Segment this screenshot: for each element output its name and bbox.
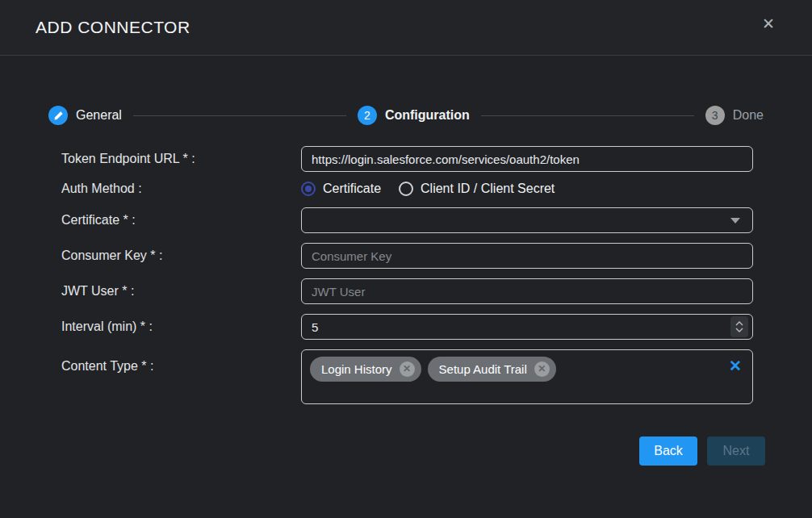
next-button[interactable]: Next: [707, 437, 765, 466]
back-button[interactable]: Back: [639, 437, 697, 466]
stepper-connector: [481, 115, 694, 116]
add-connector-dialog: ADD CONNECTOR ✕ General 2 Configuration …: [0, 0, 812, 518]
radio-certificate-circle[interactable]: [301, 182, 316, 196]
dialog-header: ADD CONNECTOR ✕: [0, 0, 812, 56]
interval-row: Interval (min) * :: [61, 314, 812, 340]
chip-remove-icon[interactable]: ✕: [400, 361, 415, 377]
chip-login-history: Login History ✕: [310, 357, 421, 382]
jwt-user-row: JWT User * :: [61, 278, 812, 304]
step-general-label: General: [76, 108, 122, 123]
jwt-user-label: JWT User * :: [61, 284, 301, 299]
step-done-circle: 3: [705, 106, 725, 125]
number-spinner[interactable]: [730, 316, 748, 337]
step-configuration-label: Configuration: [385, 108, 470, 123]
radio-client-id-secret[interactable]: Client ID / Client Secret: [399, 182, 555, 196]
edit-icon: [53, 111, 64, 121]
step-done: 3 Done: [705, 106, 764, 125]
dialog-footer: Back Next: [639, 437, 765, 466]
radio-certificate[interactable]: Certificate: [301, 182, 381, 196]
wizard-stepper: General 2 Configuration 3 Done: [48, 106, 764, 125]
auth-method-row: Auth Method : Certificate Client ID / Cl…: [61, 182, 812, 196]
configuration-form: Token Endpoint URL * : Auth Method : Cer…: [61, 146, 812, 404]
chevron-down-icon[interactable]: [730, 218, 740, 223]
close-icon[interactable]: ✕: [759, 15, 778, 34]
interval-label: Interval (min) * :: [61, 320, 301, 334]
token-endpoint-label: Token Endpoint URL * :: [61, 152, 301, 166]
consumer-key-input[interactable]: [301, 243, 753, 269]
certificate-label: Certificate * :: [61, 213, 301, 228]
chip-setup-audit-trail-label: Setup Audit Trail: [439, 362, 527, 376]
stepper-connector: [133, 115, 346, 116]
dialog-title: ADD CONNECTOR: [36, 18, 190, 37]
token-endpoint-row: Token Endpoint URL * :: [61, 146, 812, 172]
radio-certificate-label: Certificate: [323, 182, 381, 196]
token-endpoint-input[interactable]: [301, 146, 753, 172]
step-general[interactable]: General: [48, 106, 122, 125]
step-configuration-circle: 2: [358, 106, 377, 125]
certificate-select[interactable]: [301, 207, 753, 233]
content-type-multiselect[interactable]: Login History ✕ Setup Audit Trail ✕: [301, 349, 753, 404]
radio-client-id-secret-circle[interactable]: [399, 182, 413, 196]
chevron-up-icon[interactable]: [735, 321, 743, 326]
consumer-key-label: Consumer Key * :: [61, 249, 301, 263]
chip-setup-audit-trail: Setup Audit Trail ✕: [428, 357, 556, 382]
consumer-key-row: Consumer Key * :: [61, 243, 812, 269]
chip-login-history-label: Login History: [321, 362, 392, 376]
clear-all-icon[interactable]: ✕: [729, 358, 742, 374]
jwt-user-input[interactable]: [301, 278, 753, 304]
radio-client-id-secret-label: Client ID / Client Secret: [421, 182, 555, 196]
chip-remove-icon[interactable]: ✕: [534, 361, 550, 377]
auth-method-options: Certificate Client ID / Client Secret: [301, 182, 753, 196]
certificate-row: Certificate * :: [61, 207, 812, 233]
step-configuration[interactable]: 2 Configuration: [358, 106, 470, 125]
step-general-circle: [48, 106, 68, 125]
step-done-label: Done: [733, 108, 764, 123]
content-type-label: Content Type * :: [61, 359, 301, 374]
auth-method-label: Auth Method :: [61, 182, 301, 196]
content-type-row: Content Type * : Login History ✕ Setup A…: [61, 349, 812, 404]
interval-input[interactable]: [301, 314, 753, 340]
chevron-down-icon[interactable]: [735, 328, 743, 332]
